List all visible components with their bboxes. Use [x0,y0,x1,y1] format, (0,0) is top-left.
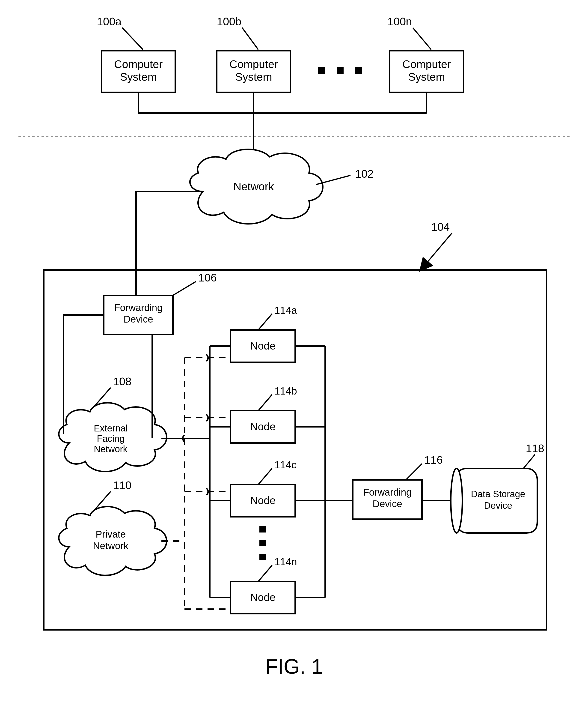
node-114n: Node [231,581,295,614]
svg-point-32 [451,468,462,533]
figure-title: FIG. 1 [265,655,323,678]
forwarding-116-label-2: Device [373,498,402,509]
forwarding-116-label-1: Forwarding [363,487,412,498]
computer-system-a: Computer System [102,51,175,92]
right-node-bus [295,346,353,598]
ref-100n: 100n [387,16,412,28]
ref-116: 116 [424,454,443,466]
computer-system-a-label-1: Computer [114,58,163,70]
ellipsis-icon [318,67,362,74]
computer-system-n-label-2: System [408,71,445,83]
storage-label-2: Device [484,500,512,510]
external-facing-network-cloud: External Facing Network [59,403,167,472]
ref-114n: 114n [274,556,297,567]
svg-rect-26 [259,540,266,546]
priv-label-1: Private [96,529,126,540]
computer-system-n-label-1: Computer [402,58,451,70]
private-network-cloud: Private Network [59,507,167,575]
ref-108: 108 [113,375,132,388]
node-114b-label: Node [250,421,276,432]
ext-label-2: Facing [97,434,124,444]
ref-100b: 100b [217,16,242,28]
priv-label-2: Network [93,540,129,551]
svg-rect-25 [259,526,266,532]
forwarding-106-label-1: Forwarding [114,302,163,313]
computer-system-a-label-2: System [120,71,157,83]
svg-rect-6 [318,67,325,74]
ref-106: 106 [198,271,217,284]
ref-100a: 100a [97,16,121,28]
svg-line-16 [173,282,196,295]
forwarding-device-106: Forwarding Device [104,295,173,335]
computer-system-b-label-1: Computer [229,58,278,70]
ref-118: 118 [526,442,544,454]
node-114n-label: Node [250,591,276,603]
node-114a-label: Node [250,340,276,352]
svg-line-1 [122,28,143,50]
network-label: Network [233,180,274,193]
ext-label-1: External [94,423,128,433]
ref-114a: 114a [274,305,297,316]
figure-1-diagram: Computer System 100a Computer System 100… [0,0,588,709]
computer-system-n: Computer System [390,51,464,92]
svg-line-14 [427,233,452,263]
computer-system-b: Computer System [217,51,290,92]
svg-line-3 [242,28,258,50]
svg-line-29 [258,565,272,581]
svg-rect-27 [259,554,266,560]
ellipsis-vertical-icon [259,526,266,560]
forwarding-device-116: Forwarding Device [353,480,422,519]
ref-114c: 114c [274,459,296,470]
ref-110: 110 [113,479,132,492]
ref-102: 102 [355,168,373,180]
network-cloud: Network [190,149,323,224]
computer-system-b-label-2: System [235,71,272,83]
ext-label-3: Network [94,444,128,454]
svg-rect-8 [355,67,362,74]
ref-104: 104 [431,221,450,233]
svg-line-22 [258,395,272,411]
node-114c: Node [231,484,295,517]
node-114a: Node [231,330,295,362]
svg-line-31 [406,464,422,480]
ref-114b: 114b [274,385,297,397]
svg-line-24 [258,468,272,484]
forwarding-106-label-2: Device [123,314,153,325]
dashed-private-bus [161,358,231,609]
svg-line-5 [413,28,431,50]
svg-rect-7 [337,67,343,74]
node-114b: Node [231,411,295,443]
svg-line-33 [524,454,535,468]
node-114c-label: Node [250,494,276,506]
storage-label-1: Data Storage [471,489,525,499]
data-storage-device: Data Storage Device [451,468,537,533]
svg-line-20 [258,314,272,330]
solid-node-bus [161,346,231,598]
